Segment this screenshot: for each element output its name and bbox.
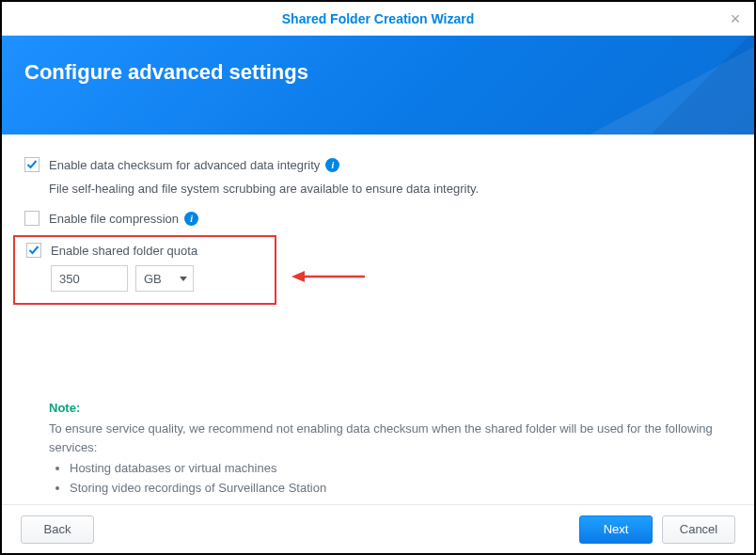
cancel-button[interactable]: Cancel	[662, 515, 735, 544]
checksum-label: Enable data checksum for advanced data i…	[49, 158, 320, 172]
compression-label: Enable file compression	[49, 212, 179, 226]
close-icon[interactable]: ×	[726, 9, 745, 28]
quota-label: Enable shared folder quota	[51, 244, 197, 258]
quota-highlight: Enable shared folder quota GB	[13, 235, 276, 305]
note-label: Note:	[49, 399, 730, 418]
page-title: Configure advanced settings	[24, 60, 732, 85]
header-banner: Configure advanced settings	[2, 36, 754, 135]
note-list-item: Hosting databases or virtual machines	[70, 459, 730, 478]
note-text: To ensure service quality, we recommend …	[49, 420, 730, 457]
footer: Back Next Cancel	[2, 504, 754, 553]
checksum-description: File self-healing and file system scrubb…	[49, 182, 732, 196]
next-button[interactable]: Next	[579, 515, 653, 544]
info-icon[interactable]	[184, 212, 198, 226]
quota-checkbox[interactable]	[26, 243, 41, 258]
quota-unit-value: GB	[144, 272, 162, 286]
option-compression: Enable file compression	[24, 211, 732, 226]
quota-value-input[interactable]	[51, 265, 128, 292]
option-quota: Enable shared folder quota	[26, 243, 265, 258]
footer-right: Next Cancel	[579, 515, 735, 544]
note-list-item: Storing video recordings of Surveillance…	[70, 479, 730, 498]
content-area: Enable data checksum for advanced data i…	[2, 135, 754, 305]
window-title: Shared Folder Creation Wizard	[282, 11, 474, 26]
option-checksum: Enable data checksum for advanced data i…	[24, 157, 732, 172]
note-block: Note: To ensure service quality, we reco…	[49, 399, 730, 498]
chevron-down-icon	[180, 277, 187, 281]
back-button[interactable]: Back	[21, 515, 94, 544]
titlebar: Shared Folder Creation Wizard ×	[2, 2, 754, 36]
info-icon[interactable]	[325, 158, 339, 172]
compression-checkbox[interactable]	[24, 211, 39, 226]
note-list: Hosting databases or virtual machines St…	[70, 459, 730, 497]
quota-unit-select[interactable]: GB	[135, 265, 194, 292]
quota-inputs: GB	[51, 265, 265, 292]
checksum-checkbox[interactable]	[24, 157, 39, 172]
